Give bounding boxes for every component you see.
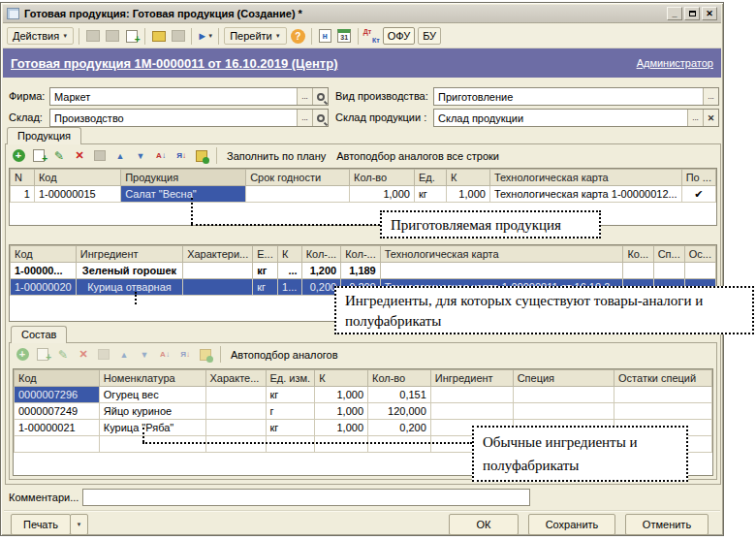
cell-code[interactable]: 1-00000020 bbox=[11, 279, 77, 296]
column-header[interactable]: Ед. bbox=[414, 170, 446, 186]
column-header[interactable]: Специя bbox=[513, 370, 614, 387]
add-row-icon[interactable]: + bbox=[11, 148, 26, 163]
sort-asc-icon[interactable]: А↓ bbox=[153, 148, 169, 163]
cell-techcard[interactable] bbox=[380, 263, 623, 279]
firm-open-button[interactable] bbox=[312, 88, 328, 105]
cell-qty[interactable]: 0,151 bbox=[368, 387, 431, 403]
cell-char[interactable] bbox=[205, 420, 266, 436]
close-button[interactable]: ✕ bbox=[702, 7, 717, 20]
cell-code[interactable]: 1-00000021 bbox=[15, 420, 100, 436]
column-header[interactable]: Ингредиент bbox=[430, 370, 513, 387]
add-row-icon[interactable]: + bbox=[15, 347, 30, 362]
write-document-icon[interactable] bbox=[84, 28, 101, 44]
cell-unit[interactable]: кг bbox=[414, 186, 446, 203]
cell-expiry[interactable] bbox=[246, 186, 350, 203]
cell-ingredient[interactable] bbox=[430, 387, 513, 403]
comment-input[interactable] bbox=[82, 489, 530, 506]
cell-qty2[interactable]: 1,189 bbox=[341, 263, 381, 279]
cell-unit[interactable]: кг bbox=[266, 387, 315, 403]
cell-product-selected[interactable]: Салат "Весна" bbox=[121, 186, 246, 203]
save-grid-icon[interactable] bbox=[92, 148, 108, 163]
cell-os[interactable] bbox=[684, 263, 715, 279]
calendar-icon[interactable]: 31 bbox=[336, 28, 353, 44]
copy-row-icon[interactable]: + bbox=[31, 148, 47, 163]
cell-k[interactable]: 1,000 bbox=[315, 387, 368, 403]
cell-ingredient[interactable]: Зеленый горошек bbox=[76, 263, 182, 279]
column-header[interactable]: Кол-во bbox=[368, 370, 431, 387]
save-grid-icon[interactable] bbox=[96, 347, 111, 362]
warehouse-open-button[interactable] bbox=[312, 110, 328, 126]
move-up-icon[interactable]: ▲ bbox=[112, 148, 128, 163]
column-header[interactable]: Номенклатура bbox=[99, 370, 205, 387]
column-header[interactable]: Сп... bbox=[653, 246, 684, 263]
cell-ingredient[interactable] bbox=[430, 403, 513, 420]
cell-k[interactable]: 1,000 bbox=[315, 420, 368, 436]
cell-char[interactable] bbox=[183, 279, 253, 296]
autoselect-icon[interactable] bbox=[198, 347, 213, 362]
copy-document-icon[interactable]: + bbox=[123, 28, 140, 44]
tab-products[interactable]: Продукция bbox=[7, 127, 81, 144]
column-header[interactable]: Ко... bbox=[623, 246, 653, 263]
cell-unit[interactable]: кг bbox=[253, 279, 278, 296]
prodwh-clear-button[interactable]: ✕ bbox=[703, 110, 718, 126]
column-header[interactable]: Ингредиент bbox=[76, 246, 182, 263]
column-header[interactable]: Код bbox=[11, 246, 77, 263]
related-documents-icon[interactable]: ►▼ bbox=[197, 28, 213, 44]
column-header[interactable]: По ... bbox=[681, 170, 715, 186]
cell-spice-rest[interactable] bbox=[614, 387, 712, 403]
column-header[interactable]: Продукция bbox=[121, 170, 246, 186]
column-header[interactable]: Е... bbox=[253, 246, 278, 263]
cell-code[interactable]: 1-00000015 bbox=[34, 186, 120, 203]
column-header[interactable]: Технологическая карта bbox=[380, 246, 623, 263]
debit-credit-icon[interactable]: ДтКт bbox=[363, 28, 380, 44]
column-header[interactable]: N bbox=[11, 170, 35, 186]
cell-qty[interactable]: 0,200 bbox=[368, 420, 431, 436]
cell-spice[interactable] bbox=[513, 403, 614, 420]
help-icon[interactable]: ? bbox=[290, 28, 306, 44]
prodwh-select-button[interactable]: ... bbox=[687, 110, 703, 126]
cell-qty[interactable]: 120,000 bbox=[368, 403, 431, 420]
cancel-button[interactable]: Отменить bbox=[625, 514, 709, 535]
cell-k[interactable]: 1,000 bbox=[446, 186, 489, 203]
cell-ingredient[interactable]: Курица отварная bbox=[76, 279, 182, 296]
cell-posted-check[interactable]: ✔ bbox=[681, 186, 715, 203]
delete-row-icon[interactable]: ✕ bbox=[76, 347, 91, 362]
cell-spice[interactable] bbox=[513, 387, 614, 403]
autoselect-all-rows-button[interactable]: Автоподбор аналогов все строки bbox=[333, 149, 502, 163]
actions-menu-button[interactable]: Действия ▼ bbox=[7, 27, 74, 45]
cell-char[interactable] bbox=[183, 263, 253, 279]
document-note-icon[interactable]: н bbox=[317, 28, 333, 44]
warehouse-field[interactable]: Производство ... bbox=[49, 109, 329, 127]
cell-unit[interactable]: кг bbox=[253, 263, 278, 279]
column-header[interactable]: К bbox=[315, 370, 368, 387]
autoselect-icon[interactable] bbox=[194, 148, 209, 163]
cell-qty1[interactable]: 1,200 bbox=[301, 263, 341, 279]
cell-k[interactable]: 1... bbox=[278, 279, 302, 296]
column-header[interactable]: Код bbox=[34, 170, 120, 186]
cell-ko[interactable] bbox=[623, 263, 653, 279]
column-header[interactable]: К bbox=[278, 246, 302, 263]
prodtype-select-button[interactable]: ... bbox=[703, 88, 718, 105]
column-header[interactable]: Остатки специй bbox=[614, 370, 712, 387]
goto-menu-button[interactable]: Перейти ▼ bbox=[224, 27, 287, 45]
ok-button[interactable]: ОК bbox=[449, 514, 519, 535]
edit-row-icon[interactable]: ✎ bbox=[51, 148, 67, 163]
cell-nomenclature[interactable]: Курица "Ряба" bbox=[99, 420, 205, 436]
preview-icon[interactable] bbox=[104, 28, 120, 44]
column-header[interactable]: Код bbox=[15, 370, 100, 387]
cell-char[interactable] bbox=[205, 387, 266, 403]
sort-desc-icon[interactable]: Я↓ bbox=[173, 148, 189, 163]
fill-by-plan-button[interactable]: Заполнить по плану bbox=[224, 149, 329, 163]
column-header[interactable]: Ед. изм. bbox=[266, 370, 315, 387]
print-dropdown-button[interactable]: ▼ bbox=[70, 514, 88, 535]
save-button[interactable]: Сохранить bbox=[528, 514, 615, 535]
prodtype-field[interactable]: Приготовление ... bbox=[433, 87, 719, 106]
unpost-document-icon[interactable] bbox=[170, 28, 186, 44]
cell-nomenclature[interactable]: Яйцо куриное bbox=[99, 403, 205, 420]
cell-qty[interactable]: 1,000 bbox=[349, 186, 414, 203]
maximize-button[interactable] bbox=[684, 7, 700, 20]
print-button[interactable]: Печать bbox=[11, 514, 71, 535]
warehouse-select-button[interactable]: ... bbox=[297, 110, 312, 126]
user-link[interactable]: Администратор bbox=[637, 57, 713, 69]
column-header[interactable]: Кол-... bbox=[301, 246, 341, 263]
